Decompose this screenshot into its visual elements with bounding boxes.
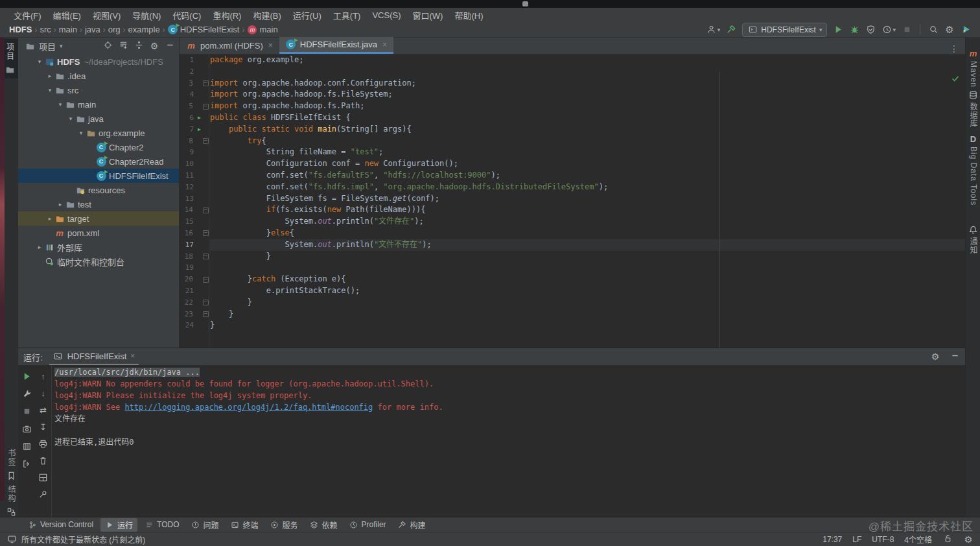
status-widget[interactable]: 17:37 — [822, 535, 842, 544]
run-config-combo[interactable]: HDFSFileIfExist▾ — [742, 23, 827, 37]
code-editor[interactable]: 123456▶7▶8910111213141516171819202122232… — [180, 54, 965, 348]
gutter-line[interactable]: 11 — [180, 170, 209, 182]
tree-item-Chapter2Read[interactable]: C▶Chapter2Read — [18, 154, 179, 169]
gutter-line[interactable]: 19 — [180, 262, 209, 274]
tree-item-target[interactable]: ▸target — [18, 211, 179, 226]
toolwindow-button-问题[interactable]: 问题 — [187, 518, 224, 532]
tree-item-临时文件和控制台[interactable]: 临时文件和控制台 — [18, 254, 179, 268]
close-icon[interactable]: × — [268, 41, 273, 50]
console-output[interactable]: /usr/local/src/jdk/bin/java ...log4j:WAR… — [54, 366, 965, 517]
tree-item-resources[interactable]: resources — [18, 183, 179, 197]
tree-item-HDFS[interactable]: ▾HDFS~/IdeaProjects/HDFS — [18, 54, 179, 69]
thread-dump-button[interactable] — [21, 423, 32, 434]
inspections-ok-icon[interactable] — [951, 74, 960, 87]
fold-marker-icon[interactable] — [203, 311, 209, 317]
settings-button[interactable]: ⚙ — [930, 351, 940, 362]
stop-button[interactable] — [21, 405, 32, 417]
collapse-all-button[interactable] — [134, 40, 144, 53]
project-panel-title[interactable]: 项目 — [39, 40, 56, 53]
project-tree[interactable]: ▾HDFS~/IdeaProjects/HDFS▸.idea▾src▾main▾… — [18, 54, 179, 268]
user-button[interactable]: ▾ — [706, 25, 721, 35]
editor-tab-HDFSFileIfExist.java[interactable]: C▶HDFSFileIfExist.java× — [279, 37, 393, 54]
chevron-down-icon[interactable]: ▾ — [66, 115, 75, 122]
toolwindow-button-Version Control[interactable]: Version Control — [23, 519, 98, 530]
clear-button[interactable] — [38, 455, 49, 466]
tool-stripe-button-Maven[interactable]: mMaven — [966, 48, 980, 88]
toolwindow-button-构建[interactable]: 构建 — [393, 518, 430, 532]
menu-item[interactable]: 视图(V) — [87, 9, 126, 21]
breadcrumb-item[interactable]: example — [128, 25, 160, 34]
status-widget[interactable]: LF — [852, 535, 861, 544]
breadcrumb-item[interactable]: main — [59, 25, 77, 34]
tree-item-外部库[interactable]: ▸外部库 — [18, 240, 179, 254]
search-everywhere-button[interactable] — [928, 25, 939, 35]
gutter-line[interactable]: 3 — [180, 78, 209, 89]
gutter-line[interactable]: 2 — [180, 66, 209, 78]
gutter-line[interactable]: 12 — [180, 182, 209, 193]
menu-item[interactable]: 帮助(H) — [449, 9, 489, 21]
chevron-down-icon[interactable]: ▾ — [56, 101, 65, 108]
chevron-right-icon[interactable]: ▸ — [56, 201, 65, 208]
fold-marker-icon[interactable] — [203, 254, 209, 259]
console-link[interactable]: http://logging.apache.org/log4j/1.2/faq.… — [124, 403, 373, 412]
tool-stripe-button-通知[interactable]: 通知 — [966, 224, 980, 254]
chevron-right-icon[interactable]: ▸ — [45, 73, 54, 79]
fold-marker-icon[interactable] — [203, 300, 209, 305]
monitor-icon[interactable] — [6, 534, 17, 545]
editor-tab-pom.xml (HDFS)[interactable]: mpom.xml (HDFS)× — [180, 37, 279, 54]
gutter-line[interactable]: 13 — [180, 193, 209, 205]
gutter-line[interactable]: 17 — [180, 239, 209, 251]
soft-wrap-button[interactable]: ⇄ — [38, 404, 49, 416]
menu-item[interactable]: 窗口(W) — [407, 9, 449, 21]
menu-item[interactable]: 代码(C) — [167, 9, 207, 21]
gutter-line[interactable]: 7▶ — [180, 124, 209, 136]
tree-item-.idea[interactable]: ▸.idea — [18, 69, 179, 83]
toolwindow-button-Profiler[interactable]: Profiler — [345, 519, 391, 530]
gutter-line[interactable]: 16 — [180, 228, 209, 239]
settings-notify-icon[interactable]: ⚙ — [963, 534, 974, 545]
tree-item-test[interactable]: ▸test — [18, 197, 179, 211]
gutter-line[interactable]: 6▶ — [180, 112, 209, 124]
gutter-line[interactable]: 4 — [180, 89, 209, 101]
tool-stripe-button-书签[interactable]: 书签 — [5, 445, 18, 484]
tree-item-src[interactable]: ▾src — [18, 83, 179, 97]
gutter-line[interactable]: 8 — [180, 136, 209, 147]
run-line-icon[interactable]: ▶ — [195, 112, 204, 124]
tree-item-Chapter2[interactable]: C▶Chapter2 — [18, 140, 179, 154]
settings-button[interactable]: ⚙ — [149, 41, 159, 51]
layout-button[interactable] — [38, 471, 49, 483]
readonly-lock-icon[interactable] — [942, 533, 953, 545]
hide-button[interactable] — [165, 40, 175, 53]
chevron-down-icon[interactable]: ▾ — [35, 58, 44, 65]
toolwindow-button-依赖[interactable]: 依赖 — [305, 518, 342, 532]
tree-item-java[interactable]: ▾java — [18, 112, 179, 126]
close-icon[interactable]: × — [382, 40, 387, 49]
pin-button[interactable] — [38, 488, 49, 500]
fold-marker-icon[interactable] — [203, 208, 209, 213]
status-widget[interactable]: 4个空格 — [904, 534, 932, 545]
fold-marker-icon[interactable] — [203, 277, 209, 283]
code-content[interactable]: package org.example; import org.apache.h… — [210, 54, 965, 348]
coverage-button[interactable] — [865, 25, 876, 35]
run-line-icon[interactable]: ▶ — [195, 124, 204, 136]
gutter-line[interactable]: 1 — [180, 54, 209, 66]
run-console-tab[interactable]: HDFSFileIfExist × — [49, 348, 139, 365]
menu-item[interactable]: 文件(F) — [8, 9, 47, 21]
gutter-line[interactable]: 22 — [180, 297, 209, 309]
debug-button[interactable] — [849, 25, 859, 35]
gutter-line[interactable]: 21 — [180, 285, 209, 297]
memory-button[interactable] — [21, 440, 32, 452]
detach-button[interactable] — [21, 458, 32, 469]
breadcrumb-item[interactable]: src — [40, 25, 51, 34]
menu-item[interactable]: 重构(R) — [207, 9, 247, 21]
menu-item[interactable]: VCS(S) — [366, 10, 406, 20]
gutter-line[interactable]: 18 — [180, 251, 209, 263]
gutter-line[interactable]: 5 — [180, 101, 209, 112]
menu-item[interactable]: 编辑(E) — [47, 9, 87, 21]
breadcrumb-item[interactable]: java — [85, 25, 100, 34]
up-button[interactable]: ↑ — [38, 370, 49, 382]
menu-item[interactable]: 构建(B) — [247, 9, 286, 21]
tree-item-pom.xml[interactable]: mpom.xml — [18, 226, 179, 240]
profiler-button[interactable]: ▾ — [881, 25, 896, 35]
down-button[interactable]: ↓ — [38, 387, 49, 399]
